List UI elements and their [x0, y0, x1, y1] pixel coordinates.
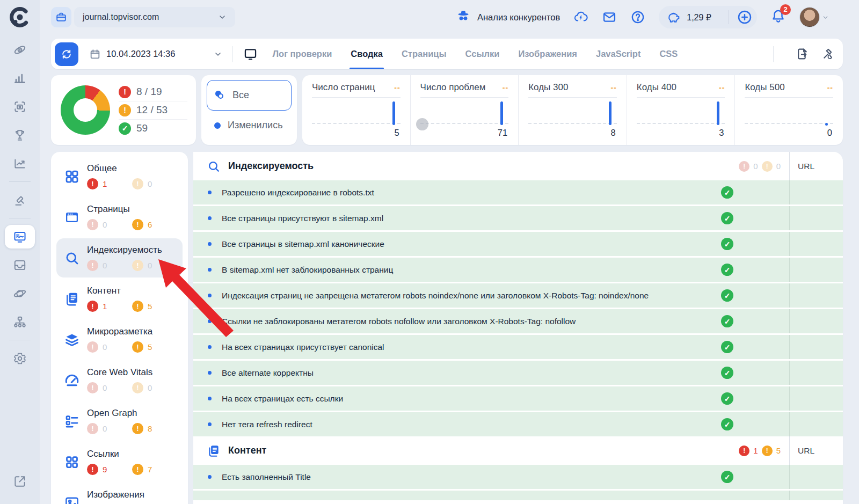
domain-select[interactable]: journal.topvisor.com	[74, 7, 235, 27]
check-row[interactable]: Нет тега refresh redirect ✓	[193, 412, 843, 436]
metric-slider-3[interactable]: Коды 400 -- 3	[627, 75, 735, 145]
rail-item-inbox[interactable]	[0, 251, 40, 279]
tab-5[interactable]: JavaScript	[596, 39, 640, 69]
nav-item-2[interactable]: Индексируемость !0 !0	[56, 238, 183, 277]
sitemap-icon	[5, 310, 35, 334]
snapshot-icon	[5, 95, 35, 119]
bar-chart-icon	[5, 67, 35, 90]
error-count: 0	[103, 220, 107, 229]
rail-item-trend[interactable]	[0, 149, 40, 178]
cloud-sync-icon[interactable]	[573, 10, 588, 25]
divider	[773, 46, 774, 62]
metric-bar	[717, 101, 719, 125]
user-menu[interactable]	[799, 7, 829, 27]
refresh-icon	[61, 48, 72, 60]
rail-item-site-audit[interactable]	[0, 222, 40, 251]
all-filter-icon	[215, 90, 225, 101]
success-check-icon: ✓	[721, 392, 733, 405]
tab-6[interactable]: CSS	[659, 39, 678, 69]
error-count: 1	[103, 302, 107, 311]
tab-2[interactable]: Страницы	[402, 39, 447, 69]
check-row[interactable]: Все страницы в sitemap.xml канонические …	[193, 232, 843, 256]
check-text: Индексация страниц не запрещена метатего…	[222, 289, 721, 302]
tab-4[interactable]: Изображения	[518, 39, 577, 69]
check-row[interactable]: Все alternate корректны ✓	[193, 361, 843, 385]
tab-3[interactable]: Ссылки	[465, 39, 500, 69]
metric-slider-1[interactable]: Число проблем -- 71	[410, 75, 519, 145]
balance-pill[interactable]: 1,29 ₽	[659, 6, 757, 28]
nav-item-label: Изображения	[87, 490, 144, 500]
rail-item-gear[interactable]	[0, 344, 40, 372]
success-check-icon: ✓	[721, 367, 733, 379]
check-date-select[interactable]: 10.04.2023 14:36	[89, 48, 222, 60]
check-row[interactable]: Индексация страниц не запрещена метатего…	[193, 283, 843, 308]
competitor-analysis-link[interactable]: Анализ конкурентов	[455, 9, 560, 26]
metric-sparkline	[420, 97, 509, 124]
rail-item-sitemap[interactable]	[0, 308, 40, 336]
warning-badge-icon: !	[132, 260, 143, 271]
filter-card: Все Изменились	[201, 75, 297, 145]
error-badge-icon: !	[87, 219, 98, 230]
rail-item-atom[interactable]	[0, 35, 40, 64]
trend-icon	[5, 152, 35, 176]
check-row[interactable]: На всех страницах присутствует canonical…	[193, 335, 843, 359]
check-row[interactable]: В sitemap.xml нет заблокированных страни…	[193, 258, 843, 282]
nav-item-label: Микроразметка	[87, 326, 177, 337]
metric-value: 3	[637, 128, 725, 138]
url-column-header: URL	[789, 436, 843, 465]
rail-item-trophy[interactable]	[0, 121, 40, 149]
check-row[interactable]: Есть заполненный Title ✓	[193, 465, 843, 489]
check-row[interactable]: На всех страницах есть ссылки ✓	[193, 386, 843, 411]
bullet-dot-icon	[208, 294, 212, 297]
filter-option-changed[interactable]: Изменились	[207, 111, 292, 140]
notifications-button[interactable]: 2	[770, 9, 786, 26]
nav-item-0[interactable]: Общее !1 !0	[56, 157, 183, 196]
metric-value: 8	[528, 128, 617, 138]
add-funds-icon[interactable]	[737, 9, 753, 25]
nav-item-3[interactable]: Контент !1 !5	[56, 279, 183, 318]
warning-count: 0	[148, 383, 152, 392]
rail-item-external-link[interactable]	[0, 467, 40, 495]
rail-item-gavel[interactable]	[0, 186, 40, 214]
metric-sparkline	[637, 97, 725, 124]
metric-slider-4[interactable]: Коды 500 -- 0	[734, 75, 843, 145]
check-row[interactable]: Разрешено индексирование в robots.txt ✓	[193, 180, 843, 204]
inbox-icon	[5, 253, 35, 277]
chevron-down-icon	[214, 50, 222, 59]
nav-item-5[interactable]: Core Web Vitals !0 !0	[56, 361, 183, 400]
nav-item-6[interactable]: Open Graph !0 !8	[56, 401, 183, 441]
error-count: 0	[103, 261, 107, 270]
rail-item-bar-chart[interactable]	[0, 64, 40, 92]
topvisor-logo-icon[interactable]	[8, 5, 32, 29]
filter-option-all[interactable]: Все	[207, 80, 292, 111]
metric-slider-2[interactable]: Коды 300 -- 8	[518, 75, 627, 145]
summary-row: ! 8 / 19 ! 12 / 53 ✓ 59 Все Изменились Ч…	[51, 75, 843, 145]
refresh-button[interactable]	[55, 42, 78, 66]
rail-item-snapshot[interactable]	[0, 92, 40, 121]
error-badge-icon: !	[119, 86, 131, 98]
tools-icon[interactable]	[821, 47, 834, 61]
url-cell	[789, 361, 843, 385]
nav-item-7[interactable]: Ссылки !9 !7	[56, 442, 183, 481]
tab-1[interactable]: Сводка	[351, 39, 383, 69]
external-link-icon	[5, 470, 35, 493]
section-header-1: Контент !1!5 URL	[193, 436, 843, 465]
success-check-icon: ✓	[721, 341, 733, 353]
rail-item-planet[interactable]	[0, 279, 40, 308]
bullet-dot-icon	[208, 216, 212, 220]
metric-dot	[825, 123, 828, 126]
tab-0[interactable]: Лог проверки	[272, 39, 332, 69]
metric-slider-0[interactable]: Число страниц -- 5	[302, 75, 410, 145]
nav-item-1[interactable]: Страницы !0 !6	[56, 198, 183, 237]
slider-handle-icon[interactable]	[416, 118, 428, 130]
nav-item-8[interactable]: Изображения	[56, 483, 183, 504]
check-row[interactable]: Ссылки не заблокированы метатегом robots…	[193, 309, 843, 333]
grid-icon	[64, 169, 80, 185]
export-icon[interactable]	[796, 47, 809, 61]
device-monitor-icon[interactable]	[243, 47, 258, 61]
help-icon[interactable]	[630, 10, 645, 25]
nav-item-4[interactable]: Микроразметка !0 !5	[56, 320, 183, 359]
mail-icon[interactable]	[602, 10, 617, 25]
project-button[interactable]	[51, 7, 71, 27]
check-row[interactable]: Все страницы присутствуют в sitemap.xml …	[193, 206, 843, 230]
